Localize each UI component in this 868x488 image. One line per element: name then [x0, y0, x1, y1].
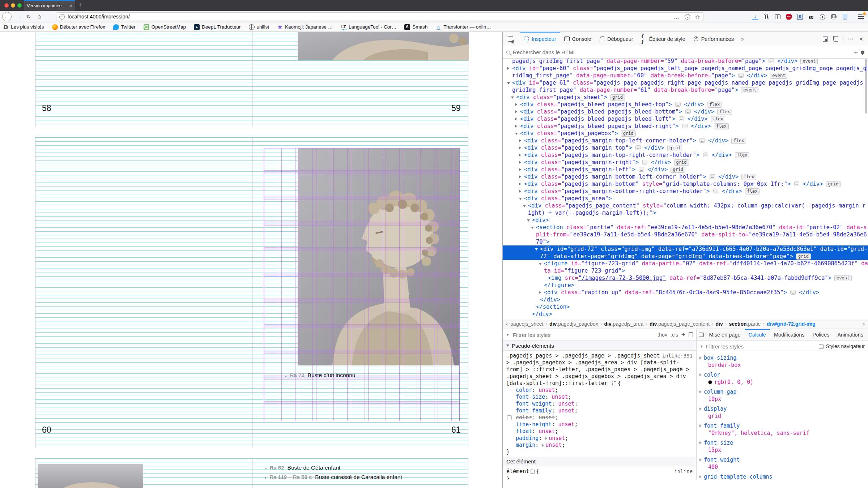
- expand-arrow[interactable]: [699, 458, 702, 461]
- rules-filter-placeholder[interactable]: Filtrer les styles: [513, 332, 655, 338]
- expand-arrow[interactable]: [545, 437, 547, 440]
- tab-close-icon[interactable]: ×: [69, 3, 72, 9]
- markup-node[interactable]: <div class="pagedjs_page_content" style=…: [503, 202, 868, 217]
- expand-arrow[interactable]: [542, 444, 544, 447]
- flex-badge[interactable]: flex: [717, 109, 732, 115]
- collapse-arrow[interactable]: [519, 198, 522, 200]
- markup-node[interactable]: <div id="page-60" class="pagedjs_page pa…: [503, 65, 868, 79]
- page-actions-icon[interactable]: …: [674, 14, 680, 20]
- responsive-design-icon[interactable]: [831, 32, 842, 46]
- collapse-arrow[interactable]: [515, 133, 518, 135]
- sidebar-toggle-icon[interactable]: [697, 329, 705, 341]
- bookmark-smash[interactable]: SSmash: [404, 24, 427, 30]
- eyedropper-icon[interactable]: [860, 50, 865, 55]
- css-declaration[interactable]: font-size: unset;: [506, 394, 693, 401]
- markup-node[interactable]: <section class="partie" data-ref="ee39ca…: [503, 224, 868, 245]
- bookmark-globe[interactable]: unilist: [249, 24, 269, 30]
- bookmark-gear[interactable]: Les plus visités: [3, 24, 44, 30]
- markup-node[interactable]: </div>: [503, 296, 868, 303]
- expand-arrow[interactable]: [507, 67, 509, 70]
- expand-arrow[interactable]: [699, 424, 702, 427]
- collapsed-content-chip[interactable]: …: [635, 145, 641, 150]
- markup-node[interactable]: <div id="grid-72" class="grid-img" data-…: [503, 245, 868, 260]
- markup-node[interactable]: pagedjs_gridImg_first_page" data-page-nu…: [503, 59, 868, 65]
- iframe-picker-icon[interactable]: [820, 32, 831, 46]
- declaration-checkbox[interactable]: [507, 415, 512, 420]
- devtools-close-icon[interactable]: ×: [856, 32, 867, 46]
- expand-arrow[interactable]: [519, 146, 521, 149]
- markup-node[interactable]: <div class="pagedjs_sheet">grid: [503, 94, 868, 101]
- css-declaration[interactable]: float: unset;: [506, 428, 693, 435]
- markup-node[interactable]: <img src="/images/ra-72-3-5000.jpg" data…: [503, 274, 868, 282]
- collapsed-content-chip[interactable]: …: [710, 174, 715, 179]
- breadcrumb-item[interactable]: pagedjs_sheet: [510, 321, 543, 327]
- bookmark-star-icon[interactable]: ☆: [695, 13, 700, 20]
- markup-node[interactable]: <div class="pagedjs_margin-left"> … </di…: [503, 166, 868, 173]
- grid-badge[interactable]: grid: [610, 94, 625, 100]
- account-icon[interactable]: [830, 13, 837, 20]
- css-declaration[interactable]: color: unset;: [506, 414, 693, 421]
- collapsed-content-chip[interactable]: …: [794, 181, 800, 186]
- computed-filter-placeholder[interactable]: Filtrer les styles: [706, 343, 816, 350]
- class-toggle[interactable]: .cls: [671, 332, 678, 338]
- breadcrumb-item[interactable]: div.pagedjs_area: [604, 321, 643, 327]
- expand-arrow[interactable]: [699, 407, 702, 410]
- css-declaration[interactable]: line-height: unset;: [506, 421, 693, 428]
- collapse-arrow[interactable]: [535, 248, 538, 251]
- pseudo-class-toggle[interactable]: :hov: [658, 332, 667, 338]
- element-picker-icon[interactable]: [504, 32, 516, 46]
- bookmark-osm[interactable]: OpenStreetMap: [144, 24, 186, 30]
- computed-property[interactable]: font-family"Orkney", helvetica, sans-ser…: [699, 422, 868, 437]
- breadcrumb-item[interactable]: div.pagedjs_pagebox: [549, 321, 598, 327]
- computed-property[interactable]: font-size15px: [699, 439, 868, 454]
- sidebar-tab-polices[interactable]: Polices: [809, 329, 834, 341]
- print-media-icon[interactable]: [689, 332, 693, 337]
- new-tab-button[interactable]: +: [78, 1, 82, 9]
- sidebar-tab-mise-en-page[interactable]: Mise en page: [705, 329, 744, 341]
- markup-node[interactable]: </figure>: [503, 282, 868, 289]
- browser-tab[interactable]: Version imprimée ×: [24, 0, 75, 11]
- flex-badge[interactable]: flex: [711, 116, 726, 122]
- expand-arrow[interactable]: [515, 110, 517, 113]
- home-button[interactable]: ⌂: [35, 12, 44, 21]
- computed-property[interactable]: grid-template-columns38.0833px 38.0833px…: [699, 473, 868, 480]
- bookmark-twitter[interactable]: Twitter: [113, 24, 136, 30]
- markup-node[interactable]: <div class="pagedjs_area">: [503, 195, 868, 202]
- breadcrumb-scroll-left-icon[interactable]: ‹: [504, 321, 510, 327]
- css-declaration[interactable]: margin: unset;: [506, 442, 693, 449]
- event-badge[interactable]: event: [741, 87, 758, 93]
- url-text[interactable]: localhost:4000/impression/: [68, 14, 674, 20]
- expand-arrow[interactable]: [699, 356, 702, 359]
- sidebar-icon[interactable]: [774, 13, 781, 20]
- html-search-bar[interactable]: Rechercher dans le HTML +: [503, 46, 868, 59]
- pocket-icon[interactable]: ⌄: [685, 14, 690, 20]
- markup-node[interactable]: <div class="pagedjs_margin-bottom-right-…: [503, 188, 868, 195]
- markup-node[interactable]: <div class="pagedjs_margin-bottom-left-c…: [503, 173, 868, 180]
- download-icon[interactable]: ↓: [752, 14, 758, 20]
- bookmark-lt[interactable]: LTLanguageTool - Cor…: [341, 24, 396, 30]
- sidebar-tab-modifications[interactable]: Modifications: [770, 329, 809, 341]
- zoom-window-button[interactable]: [17, 3, 22, 8]
- computed-property[interactable]: colorrgb(0, 0, 0): [699, 371, 868, 386]
- grid-badge[interactable]: grid: [826, 181, 841, 187]
- devtools-menu-icon[interactable]: ⋯: [845, 32, 856, 46]
- rule-source-link[interactable]: inline:391: [662, 352, 693, 359]
- menu-hamburger-icon[interactable]: [858, 13, 864, 20]
- markup-node[interactable]: <div>: [503, 217, 868, 224]
- page-doc-icon[interactable]: [842, 13, 848, 20]
- stylish-icon[interactable]: S: [797, 13, 803, 20]
- collapsed-content-chip[interactable]: …: [738, 73, 744, 78]
- flex-badge[interactable]: flex: [731, 138, 746, 144]
- expand-arrow[interactable]: [519, 161, 521, 164]
- collapsed-content-chip[interactable]: …: [769, 59, 774, 63]
- expand-arrow[interactable]: [699, 441, 702, 444]
- expand-arrow[interactable]: [519, 154, 521, 157]
- markup-node[interactable]: <div class="pagedjs_bleed pagedjs_bleed-…: [503, 115, 868, 123]
- expand-arrow[interactable]: [519, 175, 521, 178]
- expand-arrow[interactable]: [699, 373, 702, 376]
- breadcrumb-item[interactable]: section.partie: [729, 321, 761, 327]
- back-button[interactable]: ←: [2, 12, 12, 21]
- computed-property[interactable]: column-gap10px: [699, 388, 868, 403]
- breadcrumb-item[interactable]: div: [716, 321, 723, 327]
- markup-node[interactable]: <div class="caption up" data-ref="8c4457…: [503, 289, 868, 296]
